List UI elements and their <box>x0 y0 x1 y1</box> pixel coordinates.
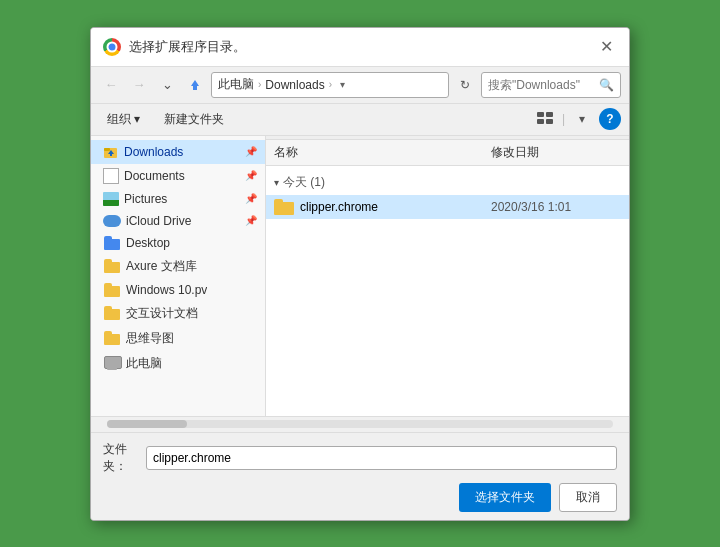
h-scrollbar-thumb <box>107 420 187 428</box>
organize-button[interactable]: 组织 ▾ <box>99 108 148 131</box>
sidebar-item-downloads[interactable]: Downloads 📌 <box>91 140 265 164</box>
footer: 文件夹： 选择文件夹 取消 <box>91 432 629 520</box>
select-folder-button[interactable]: 选择文件夹 <box>459 483 551 512</box>
desktop-icon <box>103 236 121 250</box>
title-bar-left: 选择扩展程序目录。 <box>103 38 246 56</box>
file-headers: 名称 修改日期 <box>266 140 629 166</box>
sidebar-label-desktop: Desktop <box>126 236 170 250</box>
group-chevron: ▾ <box>274 177 279 188</box>
address-part2[interactable]: Downloads <box>265 78 324 92</box>
toolbar-right: | ▾ ? <box>532 108 621 130</box>
recent-button[interactable]: ⌄ <box>155 73 179 97</box>
view-button[interactable] <box>532 108 558 130</box>
view-icon <box>536 111 554 127</box>
file-dialog: 选择扩展程序目录。 ✕ ← → ⌄ 此电脑 › Downloads › ▾ ↻ … <box>90 27 630 521</box>
footer-row: 文件夹： <box>103 441 617 475</box>
toolbar-left: 组织 ▾ 新建文件夹 <box>99 108 232 131</box>
icloud-icon <box>103 215 121 227</box>
svg-rect-6 <box>104 148 110 151</box>
sidebar-label-documents: Documents <box>124 169 185 183</box>
file-list: ▾ 今天 (1) clipper.chrome 2020/3/16 1:01 <box>266 166 629 416</box>
sidebar-item-axure[interactable]: Axure 文档库 <box>91 254 265 279</box>
sidebar-label-downloads: Downloads <box>124 145 183 159</box>
nav-bar: ← → ⌄ 此电脑 › Downloads › ▾ ↻ 🔍 <box>91 67 629 104</box>
svg-rect-7 <box>110 154 112 156</box>
sidebar-item-computer[interactable]: 此电脑 <box>91 351 265 376</box>
address-dropdown-icon[interactable]: ▾ <box>340 79 345 90</box>
address-bar[interactable]: 此电脑 › Downloads › ▾ <box>211 72 449 98</box>
sidebar-item-documents[interactable]: Documents 📌 <box>91 164 265 188</box>
up-button[interactable] <box>183 73 207 97</box>
computer-icon <box>103 356 121 370</box>
sidebar-label-uxdocs: 交互设计文档 <box>126 305 198 322</box>
help-button[interactable]: ? <box>599 108 621 130</box>
toolbar: 组织 ▾ 新建文件夹 | ▾ ? <box>91 104 629 136</box>
sidebar-item-uxdocs[interactable]: 交互设计文档 <box>91 301 265 326</box>
folder-label: 文件夹： <box>103 441 138 475</box>
header-name[interactable]: 名称 <box>274 144 491 161</box>
folder-input[interactable] <box>146 446 617 470</box>
downloads-folder-icon <box>103 144 119 160</box>
sidebar-label-icloud: iCloud Drive <box>126 214 191 228</box>
windows-icon <box>103 283 121 297</box>
header-date[interactable]: 修改日期 <box>491 144 621 161</box>
folder-icon-clipper <box>274 199 294 215</box>
up-icon <box>188 78 202 92</box>
sidebar-item-windows[interactable]: Windows 10.pv <box>91 279 265 301</box>
sort-button[interactable]: ▾ <box>569 108 595 130</box>
documents-icon <box>103 168 119 184</box>
address-sep2: › <box>329 79 332 90</box>
file-group-today: ▾ 今天 (1) <box>266 170 629 195</box>
forward-button[interactable]: → <box>127 73 151 97</box>
sidebar-label-pictures: Pictures <box>124 192 167 206</box>
search-box: 🔍 <box>481 72 621 98</box>
pin-icon-pictures: 📌 <box>245 193 257 204</box>
sidebar: Downloads 📌 Documents 📌 Pictures 📌 iClou… <box>91 136 266 416</box>
file-item-clipper[interactable]: clipper.chrome 2020/3/16 1:01 <box>266 195 629 219</box>
pin-icon-icloud: 📌 <box>245 215 257 226</box>
search-icon: 🔍 <box>599 78 614 92</box>
group-label: 今天 (1) <box>283 174 325 191</box>
uxdocs-icon <box>103 306 121 320</box>
footer-buttons: 选择文件夹 取消 <box>103 483 617 512</box>
svg-rect-2 <box>546 112 553 117</box>
file-pane: 名称 修改日期 ▾ 今天 (1) clipper.chrome 2020/3/1… <box>266 136 629 416</box>
sidebar-label-windows: Windows 10.pv <box>126 283 207 297</box>
bottom-scrollbar <box>91 416 629 432</box>
title-bar: 选择扩展程序目录。 ✕ <box>91 28 629 67</box>
svg-rect-0 <box>193 86 197 90</box>
file-name-clipper: clipper.chrome <box>300 200 485 214</box>
sidebar-label-mindmap: 思维导图 <box>126 330 174 347</box>
main-content: Downloads 📌 Documents 📌 Pictures 📌 iClou… <box>91 136 629 416</box>
view-separator: | <box>562 112 565 126</box>
svg-rect-4 <box>546 119 553 124</box>
pin-icon-downloads: 📌 <box>245 146 257 157</box>
sidebar-item-icloud[interactable]: iCloud Drive 📌 <box>91 210 265 232</box>
sidebar-label-computer: 此电脑 <box>126 355 162 372</box>
sidebar-item-mindmap[interactable]: 思维导图 <box>91 326 265 351</box>
new-folder-button[interactable]: 新建文件夹 <box>156 108 232 131</box>
mindmap-icon <box>103 331 121 345</box>
horizontal-scrollbar[interactable] <box>107 420 613 428</box>
search-input[interactable] <box>488 78 595 92</box>
svg-rect-3 <box>537 119 544 124</box>
sidebar-item-pictures[interactable]: Pictures 📌 <box>91 188 265 210</box>
svg-rect-1 <box>537 112 544 117</box>
pin-icon-documents: 📌 <box>245 170 257 181</box>
dialog-title: 选择扩展程序目录。 <box>129 38 246 56</box>
address-sep1: › <box>258 79 261 90</box>
pictures-icon <box>103 192 119 206</box>
sidebar-item-desktop[interactable]: Desktop <box>91 232 265 254</box>
cancel-button[interactable]: 取消 <box>559 483 617 512</box>
refresh-button[interactable]: ↻ <box>453 73 477 97</box>
close-button[interactable]: ✕ <box>595 36 617 58</box>
chrome-icon <box>103 38 121 56</box>
axure-icon <box>103 259 121 273</box>
back-button[interactable]: ← <box>99 73 123 97</box>
sidebar-label-axure: Axure 文档库 <box>126 258 197 275</box>
address-part1[interactable]: 此电脑 <box>218 76 254 93</box>
file-date-clipper: 2020/3/16 1:01 <box>491 200 621 214</box>
